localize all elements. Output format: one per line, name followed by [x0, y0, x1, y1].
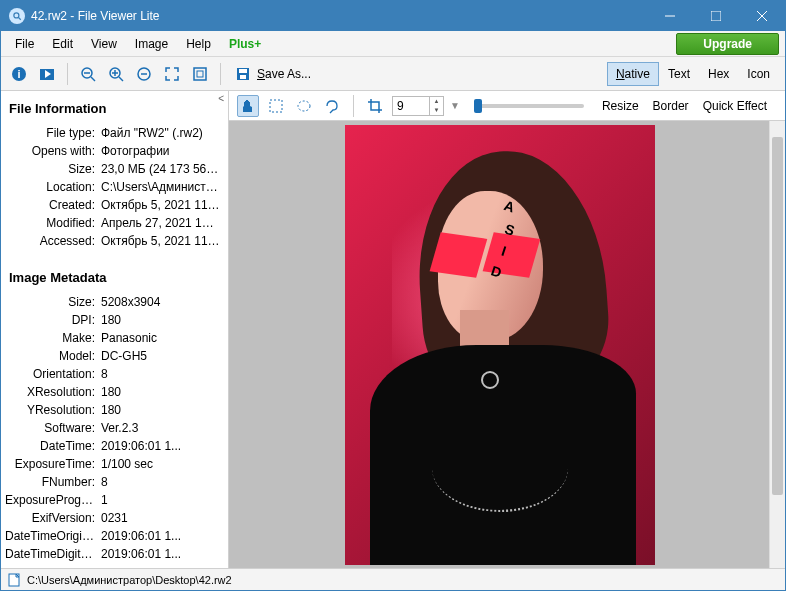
metadata-row: DateTimeOriginal:2019:06:01 1... — [5, 527, 220, 545]
metadata-label: YResolution: — [5, 402, 101, 418]
menu-bar: File Edit View Image Help Plus+ Upgrade — [1, 31, 785, 57]
metadata-label: FNumber: — [5, 474, 101, 490]
svg-line-11 — [91, 77, 95, 81]
file-info-label: Accessed: — [5, 233, 101, 249]
title-bar: 42.rw2 - File Viewer Lite — [1, 1, 785, 31]
minimize-button[interactable] — [647, 1, 693, 31]
metadata-row: ExposureProgram:1 — [5, 491, 220, 509]
main-toolbar: i Save As... Native Text Hex Icon — [1, 57, 785, 91]
menu-image[interactable]: Image — [127, 34, 176, 54]
menu-view[interactable]: View — [83, 34, 125, 54]
resize-button[interactable]: Resize — [598, 97, 643, 115]
metadata-row: Orientation:8 — [5, 365, 220, 383]
svg-rect-19 — [194, 68, 206, 80]
view-mode-native[interactable]: Native — [607, 62, 659, 86]
save-icon — [235, 66, 251, 82]
window-title: 42.rw2 - File Viewer Lite — [31, 9, 647, 23]
status-bar: C:\Users\Администратор\Desktop\42.rw2 — [1, 568, 785, 590]
pan-tool-icon[interactable] — [237, 95, 259, 117]
zoom-slider[interactable] — [474, 104, 584, 108]
dropdown-icon[interactable]: ▼ — [450, 100, 460, 111]
metadata-value: 2019:06:01 1... — [101, 438, 220, 454]
spinner-down-icon[interactable]: ▼ — [430, 106, 443, 115]
metadata-label: ExposureTime: — [5, 456, 101, 472]
file-info-value: Фотографии — [101, 143, 220, 159]
metadata-row: YResolution:180 — [5, 401, 220, 419]
metadata-value: 180 — [101, 312, 220, 328]
file-info-row: Location:C:\Users\Администра... — [5, 178, 220, 196]
crop-icon[interactable] — [364, 95, 386, 117]
file-info-label: Opens with: — [5, 143, 101, 159]
menu-help[interactable]: Help — [178, 34, 219, 54]
metadata-row: ExposureTime:1/100 sec — [5, 455, 220, 473]
menu-edit[interactable]: Edit — [44, 34, 81, 54]
rect-select-icon[interactable] — [265, 95, 287, 117]
metadata-label: Orientation: — [5, 366, 101, 382]
svg-point-25 — [298, 101, 310, 111]
fullscreen-icon[interactable] — [188, 62, 212, 86]
file-info-label: Location: — [5, 179, 101, 195]
file-info-row: File type:Файл "RW2" (.rw2) — [5, 124, 220, 142]
menu-plus[interactable]: Plus+ — [221, 34, 269, 54]
metadata-row: FNumber:8 — [5, 473, 220, 491]
svg-text:i: i — [17, 68, 20, 80]
view-mode-tabs: Native Text Hex Icon — [607, 62, 779, 86]
metadata-value: Panasonic — [101, 330, 220, 346]
svg-line-1 — [18, 17, 21, 20]
info-icon[interactable]: i — [7, 62, 31, 86]
view-mode-hex[interactable]: Hex — [699, 62, 738, 86]
file-icon — [7, 573, 21, 587]
svg-rect-20 — [197, 71, 203, 77]
file-info-value: Октябрь 5, 2021 11:25 — [101, 197, 220, 213]
save-as-button[interactable]: Save As... — [229, 64, 317, 84]
zoom-in-icon[interactable] — [104, 62, 128, 86]
quick-effect-button[interactable]: Quick Effect — [699, 97, 771, 115]
metadata-row: XResolution:180 — [5, 383, 220, 401]
menu-file[interactable]: File — [7, 34, 42, 54]
svg-rect-22 — [239, 69, 247, 73]
border-button[interactable]: Border — [649, 97, 693, 115]
fit-screen-icon[interactable] — [160, 62, 184, 86]
crop-value-input[interactable] — [393, 99, 429, 113]
metadata-heading: Image Metadata — [5, 264, 220, 293]
file-info-label: Modified: — [5, 215, 101, 231]
metadata-row: DateTimeDigitized:2019:06:01 1... — [5, 545, 220, 563]
metadata-label: Model: — [5, 348, 101, 364]
file-info-heading: File Information — [5, 95, 220, 124]
side-panel: < File Information File type:Файл "RW2" … — [1, 91, 229, 568]
metadata-label: DateTimeOriginal: — [5, 528, 101, 544]
metadata-row: DPI:180 — [5, 311, 220, 329]
open-icon[interactable] — [35, 62, 59, 86]
spinner-up-icon[interactable]: ▲ — [430, 97, 443, 106]
view-mode-icon[interactable]: Icon — [738, 62, 779, 86]
close-button[interactable] — [739, 1, 785, 31]
save-as-label: Save As... — [257, 67, 311, 81]
file-info-label: Created: — [5, 197, 101, 213]
maximize-button[interactable] — [693, 1, 739, 31]
svg-rect-24 — [270, 100, 282, 112]
lasso-select-icon[interactable] — [321, 95, 343, 117]
svg-line-14 — [119, 77, 123, 81]
file-info-value: Апрель 27, 2021 12:53 — [101, 215, 220, 231]
crop-value-spinner[interactable]: ▲▼ — [392, 96, 444, 116]
metadata-value: 2019:06:01 1... — [101, 528, 220, 544]
metadata-value: 1/100 sec — [101, 456, 220, 472]
svg-point-0 — [14, 13, 19, 18]
metadata-value: 2019:06:01 1... — [101, 546, 220, 562]
app-icon — [9, 8, 25, 24]
metadata-row: Make:Panasonic — [5, 329, 220, 347]
zoom-reset-icon[interactable] — [132, 62, 156, 86]
image-canvas-area[interactable]: A S I D — [229, 121, 785, 568]
zoom-out-icon[interactable] — [76, 62, 100, 86]
status-path: C:\Users\Администратор\Desktop\42.rw2 — [27, 574, 232, 586]
view-mode-text[interactable]: Text — [659, 62, 699, 86]
metadata-value: 180 — [101, 384, 220, 400]
upgrade-button[interactable]: Upgrade — [676, 33, 779, 55]
metadata-value: Ver.2.3 — [101, 420, 220, 436]
metadata-row: Model:DC-GH5 — [5, 347, 220, 365]
metadata-label: Make: — [5, 330, 101, 346]
metadata-label: DateTime: — [5, 438, 101, 454]
vertical-scrollbar[interactable] — [769, 121, 785, 568]
collapse-panel-icon[interactable]: < — [218, 93, 224, 104]
ellipse-select-icon[interactable] — [293, 95, 315, 117]
